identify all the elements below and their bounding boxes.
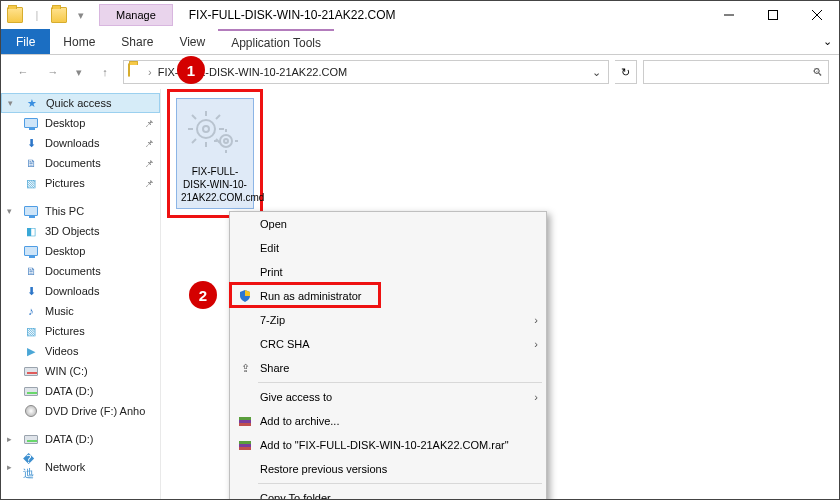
- qat-overflow-icon[interactable]: ▾: [73, 7, 89, 23]
- ctx-crc-sha[interactable]: CRC SHA›: [230, 332, 546, 356]
- ribbon-expand-icon[interactable]: ⌄: [815, 29, 839, 54]
- folder-icon[interactable]: [51, 7, 67, 23]
- pin-icon: 📌︎: [144, 138, 154, 149]
- search-box[interactable]: 🔍︎: [643, 60, 829, 84]
- sidebar-item-dvd-drive[interactable]: DVD Drive (F:) Anho: [1, 401, 160, 421]
- sidebar-item-label: Network: [45, 461, 85, 473]
- pin-icon: 📌︎: [144, 178, 154, 189]
- chevron-right-icon[interactable]: ▸: [7, 434, 17, 444]
- address-path[interactable]: FIX-FULL-DISK-WIN-10-21AK22.COM: [156, 66, 584, 78]
- downloads-icon: ⬇: [23, 283, 39, 299]
- svg-point-14: [220, 135, 232, 147]
- sidebar-item-desktop[interactable]: Desktop: [1, 241, 160, 261]
- menu-separator: [258, 382, 542, 383]
- sidebar-quick-access[interactable]: ▾ ★ Quick access: [1, 93, 160, 113]
- menu-label: Edit: [260, 242, 279, 254]
- sidebar-item-downloads[interactable]: ⬇Downloads📌︎: [1, 133, 160, 153]
- ctx-give-access-to[interactable]: Give access to›: [230, 385, 546, 409]
- sidebar-item-pictures[interactable]: ▧Pictures: [1, 321, 160, 341]
- annotation-badge-1: 1: [177, 56, 205, 84]
- ctx-7zip[interactable]: 7-Zip›: [230, 308, 546, 332]
- svg-line-12: [216, 115, 220, 119]
- winrar-icon: [236, 412, 254, 430]
- maximize-button[interactable]: [751, 1, 795, 29]
- sidebar-item-pictures[interactable]: ▧Pictures📌︎: [1, 173, 160, 193]
- pin-icon: 📌︎: [144, 118, 154, 129]
- menu-label: Open: [260, 218, 287, 230]
- ctx-edit[interactable]: Edit: [230, 236, 546, 260]
- quick-access-toolbar: | ▾: [1, 7, 95, 23]
- svg-point-5: [203, 126, 209, 132]
- network-icon: �迆: [23, 459, 39, 475]
- sidebar-item-desktop[interactable]: Desktop📌︎: [1, 113, 160, 133]
- sidebar-item-music[interactable]: ♪Music: [1, 301, 160, 321]
- menu-label: Copy To folder...: [260, 492, 339, 500]
- ctx-run-as-administrator[interactable]: Run as administrator: [230, 284, 546, 308]
- sidebar-this-pc[interactable]: ▾This PC: [1, 201, 160, 221]
- sidebar-item-documents[interactable]: 🗎Documents: [1, 261, 160, 281]
- search-input[interactable]: [644, 66, 806, 78]
- pin-icon: 📌︎: [144, 158, 154, 169]
- sidebar-item-label: Pictures: [45, 325, 85, 337]
- sidebar-item-drive-d-root[interactable]: ▸DATA (D:): [1, 429, 160, 449]
- ctx-copy-to-folder[interactable]: Copy To folder...: [230, 486, 546, 500]
- forward-button[interactable]: →: [41, 60, 65, 84]
- 3d-objects-icon: ◧: [23, 223, 39, 239]
- sidebar-item-label: DATA (D:): [45, 385, 93, 397]
- ctx-add-to-archive[interactable]: Add to archive...: [230, 409, 546, 433]
- file-tab[interactable]: File: [1, 29, 50, 54]
- ctx-add-to-rar[interactable]: Add to "FIX-FULL-DISK-WIN-10-21AK22.COM.…: [230, 433, 546, 457]
- refresh-button[interactable]: ↻: [615, 60, 637, 84]
- tab-home[interactable]: Home: [50, 29, 108, 54]
- desktop-icon: [23, 243, 39, 259]
- minimize-button[interactable]: [707, 1, 751, 29]
- back-button[interactable]: ←: [11, 60, 35, 84]
- sidebar-item-videos[interactable]: ▶Videos: [1, 341, 160, 361]
- recent-locations-button[interactable]: ▾: [71, 60, 87, 84]
- pictures-icon: ▧: [23, 323, 39, 339]
- sidebar-item-label: Documents: [45, 265, 101, 277]
- menu-label: Add to "FIX-FULL-DISK-WIN-10-21AK22.COM.…: [260, 439, 509, 451]
- folder-icon[interactable]: [7, 7, 23, 23]
- sidebar-item-label: WIN (C:): [45, 365, 88, 377]
- tab-application-tools[interactable]: Application Tools: [218, 29, 334, 54]
- tab-share[interactable]: Share: [108, 29, 166, 54]
- svg-rect-24: [239, 441, 251, 444]
- sidebar-item-label: Music: [45, 305, 74, 317]
- ctx-open[interactable]: Open: [230, 212, 546, 236]
- context-menu: Open Edit Print Run as administrator 7-Z…: [229, 211, 547, 500]
- downloads-icon: ⬇: [23, 135, 39, 151]
- drive-icon: [23, 383, 39, 399]
- sidebar-item-label: DATA (D:): [45, 433, 93, 445]
- tab-view[interactable]: View: [166, 29, 218, 54]
- chevron-down-icon[interactable]: ▾: [7, 206, 17, 216]
- submenu-arrow-icon: ›: [534, 338, 538, 350]
- chevron-down-icon[interactable]: ▾: [8, 98, 18, 108]
- ctx-share[interactable]: ⇪Share: [230, 356, 546, 380]
- search-icon[interactable]: 🔍︎: [806, 66, 828, 78]
- ctx-print[interactable]: Print: [230, 260, 546, 284]
- ctx-restore-previous[interactable]: Restore previous versions: [230, 457, 546, 481]
- menu-label: Run as administrator: [260, 290, 362, 302]
- sidebar-network[interactable]: ▸�迆Network: [1, 457, 160, 477]
- drive-icon: [23, 363, 39, 379]
- sidebar-item-label: Desktop: [45, 245, 85, 257]
- up-button[interactable]: ↑: [93, 60, 117, 84]
- svg-rect-21: [239, 417, 251, 420]
- address-dropdown-icon[interactable]: ⌄: [588, 66, 604, 79]
- shield-icon: [236, 287, 254, 305]
- window-controls: [707, 1, 839, 29]
- desktop-icon: [23, 115, 39, 131]
- chevron-right-icon[interactable]: ▸: [7, 462, 17, 472]
- file-item-selected[interactable]: FIX-FULL-DISK-WIN-10-21AK22.COM.cmd: [167, 89, 263, 218]
- sidebar-item-3d-objects[interactable]: ◧3D Objects: [1, 221, 160, 241]
- sidebar-item-drive-d[interactable]: DATA (D:): [1, 381, 160, 401]
- sidebar-item-drive-c[interactable]: WIN (C:): [1, 361, 160, 381]
- sidebar-item-documents[interactable]: 🗎Documents📌︎: [1, 153, 160, 173]
- sidebar-item-downloads[interactable]: ⬇Downloads: [1, 281, 160, 301]
- menu-label: Add to archive...: [260, 415, 340, 427]
- share-icon: ⇪: [236, 359, 254, 377]
- menu-label: Restore previous versions: [260, 463, 387, 475]
- close-button[interactable]: [795, 1, 839, 29]
- menu-label: Share: [260, 362, 289, 374]
